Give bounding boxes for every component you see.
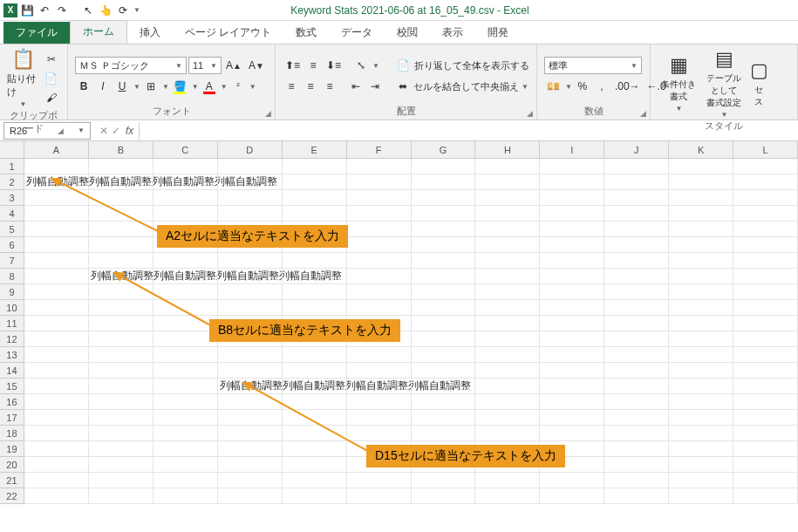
col-header-J[interactable]: J	[604, 141, 669, 159]
row-header[interactable]: 7	[0, 253, 24, 269]
format-painter-button[interactable]: 🖌	[42, 89, 60, 106]
cell-D4[interactable]	[218, 206, 283, 222]
cell-E3[interactable]	[283, 190, 347, 206]
undo-icon[interactable]: ↶	[37, 3, 52, 18]
indent-increase-button[interactable]: ⇥	[366, 78, 384, 95]
cell-K6[interactable]	[669, 237, 733, 253]
cell-F3[interactable]	[347, 190, 412, 206]
cell-G5[interactable]	[412, 222, 476, 237]
cell-H12[interactable]	[475, 331, 540, 347]
cell-L3[interactable]	[733, 190, 798, 206]
cell-B10[interactable]	[89, 300, 153, 316]
cell-C8[interactable]	[153, 269, 218, 284]
align-right-button[interactable]: ≡	[321, 78, 338, 95]
cell-G22[interactable]	[412, 488, 476, 504]
cell-J15[interactable]	[604, 379, 669, 394]
cell-L19[interactable]	[733, 441, 798, 457]
cell-A8[interactable]	[24, 269, 89, 284]
copy-button[interactable]: 📄	[42, 70, 60, 87]
cell-K20[interactable]	[669, 457, 733, 473]
cell-I21[interactable]	[540, 473, 604, 488]
cell-D2[interactable]	[218, 174, 283, 190]
cell-K9[interactable]	[669, 284, 733, 300]
cell-F13[interactable]	[347, 347, 412, 363]
cell-I4[interactable]	[540, 206, 604, 222]
cell-A4[interactable]	[24, 206, 89, 222]
cell-H13[interactable]	[475, 347, 540, 363]
cell-B3[interactable]	[89, 190, 153, 206]
cell-A22[interactable]	[24, 488, 89, 504]
cell-K2[interactable]	[669, 174, 733, 190]
cell-G21[interactable]	[412, 473, 476, 488]
cell-D15[interactable]: 列幅自動調整列幅自動調整列幅自動調整列幅自動調整	[218, 379, 283, 394]
cell-H6[interactable]	[475, 237, 540, 253]
worksheet-grid[interactable]: ABCDEFGHIJKL 12列幅自動調整列幅自動調整列幅自動調整列幅自動調整3…	[0, 141, 798, 504]
save-icon[interactable]: 💾	[19, 3, 35, 18]
row-header[interactable]: 3	[0, 190, 24, 206]
col-header-F[interactable]: F	[347, 141, 412, 159]
cell-L20[interactable]	[733, 457, 798, 473]
cut-button[interactable]: ✂	[42, 51, 60, 68]
select-all-corner[interactable]	[0, 141, 24, 159]
cell-D7[interactable]	[218, 253, 283, 269]
cell-F17[interactable]	[347, 410, 412, 426]
col-header-A[interactable]: A	[24, 141, 89, 159]
cell-F6[interactable]	[347, 237, 412, 253]
cell-C17[interactable]	[153, 410, 218, 426]
cell-I12[interactable]	[540, 331, 604, 347]
cell-A9[interactable]	[24, 284, 89, 300]
tab-data[interactable]: データ	[329, 22, 385, 44]
cell-E2[interactable]	[283, 174, 347, 190]
cell-L10[interactable]	[733, 300, 798, 316]
cell-F1[interactable]	[347, 159, 412, 174]
cell-A16[interactable]	[24, 394, 89, 410]
cell-B20[interactable]	[89, 457, 153, 473]
cell-G7[interactable]	[412, 253, 476, 269]
cell-K15[interactable]	[669, 379, 733, 394]
border-button[interactable]: ⊞	[142, 78, 160, 95]
cell-D19[interactable]	[218, 441, 283, 457]
cell-G10[interactable]	[412, 300, 476, 316]
align-bottom-button[interactable]: ⬇≡	[324, 57, 344, 74]
cell-L11[interactable]	[733, 316, 798, 331]
cell-I14[interactable]	[540, 363, 604, 379]
tab-formulas[interactable]: 数式	[283, 22, 329, 44]
cell-I9[interactable]	[540, 284, 604, 300]
cell-J4[interactable]	[604, 206, 669, 222]
cell-L7[interactable]	[733, 253, 798, 269]
increase-decimal-button[interactable]: .00→	[612, 78, 643, 95]
cell-B5[interactable]	[89, 222, 153, 237]
row-header[interactable]: 16	[0, 394, 24, 410]
cell-K3[interactable]	[669, 190, 733, 206]
cell-K14[interactable]	[669, 363, 733, 379]
cell-E19[interactable]	[283, 441, 347, 457]
tab-home[interactable]: ホーム	[70, 20, 127, 44]
cell-I17[interactable]	[540, 410, 604, 426]
cancel-icon[interactable]: ✕	[99, 125, 108, 137]
cell-E21[interactable]	[283, 473, 347, 488]
cell-E7[interactable]	[283, 253, 347, 269]
italic-button[interactable]: I	[94, 78, 112, 95]
touch-mode-icon[interactable]: 👆	[98, 3, 113, 18]
cell-D9[interactable]	[218, 284, 283, 300]
cell-K11[interactable]	[669, 316, 733, 331]
cell-J10[interactable]	[604, 300, 669, 316]
cell-H18[interactable]	[475, 426, 540, 441]
tab-file[interactable]: ファイル	[3, 22, 70, 44]
cell-L17[interactable]	[733, 410, 798, 426]
cell-G4[interactable]	[412, 206, 476, 222]
cell-D21[interactable]	[218, 473, 283, 488]
align-left-button[interactable]: ≡	[283, 78, 300, 95]
cell-A11[interactable]	[24, 316, 89, 331]
cell-E18[interactable]	[283, 426, 347, 441]
cell-F16[interactable]	[347, 394, 412, 410]
row-header[interactable]: 5	[0, 222, 24, 237]
fx-icon[interactable]: fx	[126, 125, 133, 137]
cell-E9[interactable]	[283, 284, 347, 300]
enter-icon[interactable]: ✓	[112, 125, 120, 137]
row-header[interactable]: 8	[0, 269, 24, 284]
cell-A19[interactable]	[24, 441, 89, 457]
cell-B21[interactable]	[89, 473, 153, 488]
cell-D18[interactable]	[218, 426, 283, 441]
cell-H9[interactable]	[475, 284, 540, 300]
